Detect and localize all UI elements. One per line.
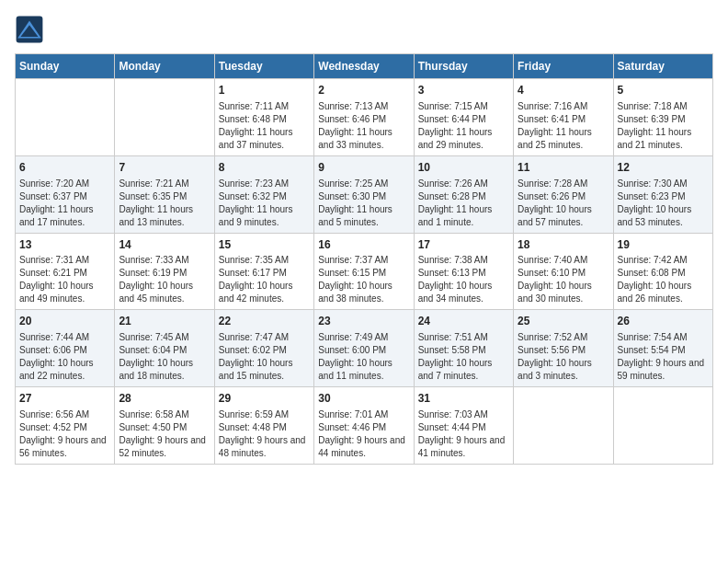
- day-number: 25: [518, 314, 609, 329]
- day-number: 13: [19, 237, 110, 253]
- day-info: Sunrise: 7:38 AMSunset: 6:13 PMDaylight:…: [418, 254, 509, 305]
- day-number: 15: [219, 237, 310, 253]
- logo: [15, 15, 48, 44]
- day-number: 9: [318, 160, 409, 176]
- day-number: 20: [19, 314, 110, 329]
- day-info: Sunrise: 7:13 AMSunset: 6:46 PMDaylight:…: [318, 100, 409, 152]
- calendar-cell: 23Sunrise: 7:49 AMSunset: 6:00 PMDayligh…: [314, 310, 414, 387]
- weekday-row: SundayMondayTuesdayWednesdayThursdayFrid…: [16, 54, 713, 79]
- day-number: 4: [518, 83, 609, 98]
- calendar-cell: 13Sunrise: 7:31 AMSunset: 6:21 PMDayligh…: [16, 233, 115, 310]
- calendar-cell: 8Sunrise: 7:23 AMSunset: 6:32 PMDaylight…: [214, 155, 313, 233]
- day-info: Sunrise: 6:58 AMSunset: 4:50 PMDaylight:…: [119, 408, 210, 460]
- calendar-cell: 1Sunrise: 7:11 AMSunset: 6:48 PMDaylight…: [214, 79, 313, 156]
- calendar-cell: 2Sunrise: 7:13 AMSunset: 6:46 PMDaylight…: [314, 79, 414, 156]
- day-info: Sunrise: 7:45 AMSunset: 6:04 PMDaylight:…: [119, 331, 210, 383]
- calendar-header: SundayMondayTuesdayWednesdayThursdayFrid…: [16, 54, 713, 79]
- week-row-5: 27Sunrise: 6:56 AMSunset: 4:52 PMDayligh…: [16, 387, 713, 465]
- weekday-header-sunday: Sunday: [16, 54, 115, 79]
- calendar-cell: 16Sunrise: 7:37 AMSunset: 6:15 PMDayligh…: [314, 233, 414, 310]
- calendar-cell: [115, 79, 214, 156]
- day-info: Sunrise: 7:18 AMSunset: 6:39 PMDaylight:…: [618, 100, 709, 152]
- day-info: Sunrise: 7:47 AMSunset: 6:02 PMDaylight:…: [219, 331, 310, 383]
- day-info: Sunrise: 7:11 AMSunset: 6:48 PMDaylight:…: [219, 100, 310, 152]
- day-info: Sunrise: 7:03 AMSunset: 4:44 PMDaylight:…: [418, 408, 509, 460]
- day-number: 24: [418, 314, 509, 329]
- calendar-cell: [16, 79, 115, 156]
- day-info: Sunrise: 7:01 AMSunset: 4:46 PMDaylight:…: [318, 408, 409, 460]
- day-info: Sunrise: 7:21 AMSunset: 6:35 PMDaylight:…: [119, 178, 210, 229]
- calendar-cell: 31Sunrise: 7:03 AMSunset: 4:44 PMDayligh…: [414, 387, 513, 465]
- day-info: Sunrise: 7:54 AMSunset: 5:54 PMDaylight:…: [618, 331, 709, 383]
- day-number: 16: [318, 237, 409, 253]
- day-info: Sunrise: 7:28 AMSunset: 6:26 PMDaylight:…: [518, 178, 609, 229]
- day-info: Sunrise: 7:44 AMSunset: 6:06 PMDaylight:…: [19, 331, 110, 383]
- calendar-cell: 7Sunrise: 7:21 AMSunset: 6:35 PMDaylight…: [115, 155, 214, 233]
- calendar-cell: 18Sunrise: 7:40 AMSunset: 6:10 PMDayligh…: [514, 233, 613, 310]
- weekday-header-friday: Friday: [514, 54, 613, 79]
- calendar-table: SundayMondayTuesdayWednesdayThursdayFrid…: [15, 53, 713, 465]
- calendar-cell: 29Sunrise: 6:59 AMSunset: 4:48 PMDayligh…: [214, 387, 313, 465]
- day-number: 28: [119, 391, 210, 407]
- day-number: 18: [518, 237, 609, 253]
- day-number: 8: [219, 160, 310, 176]
- calendar-cell: 26Sunrise: 7:54 AMSunset: 5:54 PMDayligh…: [613, 310, 712, 387]
- calendar-cell: 6Sunrise: 7:20 AMSunset: 6:37 PMDaylight…: [16, 155, 115, 233]
- calendar-cell: 27Sunrise: 6:56 AMSunset: 4:52 PMDayligh…: [16, 387, 115, 465]
- calendar-cell: 4Sunrise: 7:16 AMSunset: 6:41 PMDaylight…: [514, 79, 613, 156]
- day-info: Sunrise: 7:20 AMSunset: 6:37 PMDaylight:…: [19, 178, 110, 229]
- day-number: 31: [418, 391, 509, 407]
- weekday-header-tuesday: Tuesday: [214, 54, 313, 79]
- day-number: 1: [219, 83, 310, 98]
- calendar-cell: [613, 387, 712, 465]
- calendar-cell: 25Sunrise: 7:52 AMSunset: 5:56 PMDayligh…: [514, 310, 613, 387]
- weekday-header-thursday: Thursday: [414, 54, 513, 79]
- day-number: 29: [219, 391, 310, 407]
- day-info: Sunrise: 7:31 AMSunset: 6:21 PMDaylight:…: [19, 254, 110, 305]
- week-row-1: 1Sunrise: 7:11 AMSunset: 6:48 PMDaylight…: [16, 79, 713, 156]
- day-number: 17: [418, 237, 509, 253]
- day-info: Sunrise: 7:51 AMSunset: 5:58 PMDaylight:…: [418, 331, 509, 383]
- day-info: Sunrise: 6:56 AMSunset: 4:52 PMDaylight:…: [19, 408, 110, 460]
- day-number: 2: [318, 83, 409, 98]
- calendar-cell: 9Sunrise: 7:25 AMSunset: 6:30 PMDaylight…: [314, 155, 414, 233]
- day-number: 7: [119, 160, 210, 176]
- calendar-cell: 10Sunrise: 7:26 AMSunset: 6:28 PMDayligh…: [414, 155, 513, 233]
- day-number: 14: [119, 237, 210, 253]
- week-row-3: 13Sunrise: 7:31 AMSunset: 6:21 PMDayligh…: [16, 233, 713, 310]
- calendar-cell: 30Sunrise: 7:01 AMSunset: 4:46 PMDayligh…: [314, 387, 414, 465]
- day-info: Sunrise: 7:42 AMSunset: 6:08 PMDaylight:…: [618, 254, 709, 305]
- weekday-header-wednesday: Wednesday: [314, 54, 414, 79]
- day-info: Sunrise: 7:23 AMSunset: 6:32 PMDaylight:…: [219, 178, 310, 229]
- day-info: Sunrise: 7:35 AMSunset: 6:17 PMDaylight:…: [219, 254, 310, 305]
- day-number: 19: [618, 237, 709, 253]
- day-number: 26: [618, 314, 709, 329]
- calendar-body: 1Sunrise: 7:11 AMSunset: 6:48 PMDaylight…: [16, 79, 713, 465]
- calendar-cell: 20Sunrise: 7:44 AMSunset: 6:06 PMDayligh…: [16, 310, 115, 387]
- day-number: 6: [19, 160, 110, 176]
- weekday-header-monday: Monday: [115, 54, 214, 79]
- day-info: Sunrise: 7:25 AMSunset: 6:30 PMDaylight:…: [318, 178, 409, 229]
- calendar-cell: [514, 387, 613, 465]
- logo-icon: [15, 15, 44, 44]
- day-info: Sunrise: 7:40 AMSunset: 6:10 PMDaylight:…: [518, 254, 609, 305]
- calendar-cell: 19Sunrise: 7:42 AMSunset: 6:08 PMDayligh…: [613, 233, 712, 310]
- day-info: Sunrise: 7:26 AMSunset: 6:28 PMDaylight:…: [418, 178, 509, 229]
- day-number: 10: [418, 160, 509, 176]
- day-number: 23: [318, 314, 409, 329]
- calendar-cell: 22Sunrise: 7:47 AMSunset: 6:02 PMDayligh…: [214, 310, 313, 387]
- day-info: Sunrise: 7:30 AMSunset: 6:23 PMDaylight:…: [618, 178, 709, 229]
- day-info: Sunrise: 7:15 AMSunset: 6:44 PMDaylight:…: [418, 100, 509, 152]
- day-info: Sunrise: 7:16 AMSunset: 6:41 PMDaylight:…: [518, 100, 609, 152]
- day-number: 27: [19, 391, 110, 407]
- day-info: Sunrise: 7:52 AMSunset: 5:56 PMDaylight:…: [518, 331, 609, 383]
- calendar-cell: 28Sunrise: 6:58 AMSunset: 4:50 PMDayligh…: [115, 387, 214, 465]
- week-row-2: 6Sunrise: 7:20 AMSunset: 6:37 PMDaylight…: [16, 155, 713, 233]
- day-info: Sunrise: 6:59 AMSunset: 4:48 PMDaylight:…: [219, 408, 310, 460]
- page-header: [15, 15, 713, 44]
- day-number: 3: [418, 83, 509, 98]
- day-info: Sunrise: 7:37 AMSunset: 6:15 PMDaylight:…: [318, 254, 409, 305]
- calendar-cell: 5Sunrise: 7:18 AMSunset: 6:39 PMDaylight…: [613, 79, 712, 156]
- day-number: 11: [518, 160, 609, 176]
- day-number: 22: [219, 314, 310, 329]
